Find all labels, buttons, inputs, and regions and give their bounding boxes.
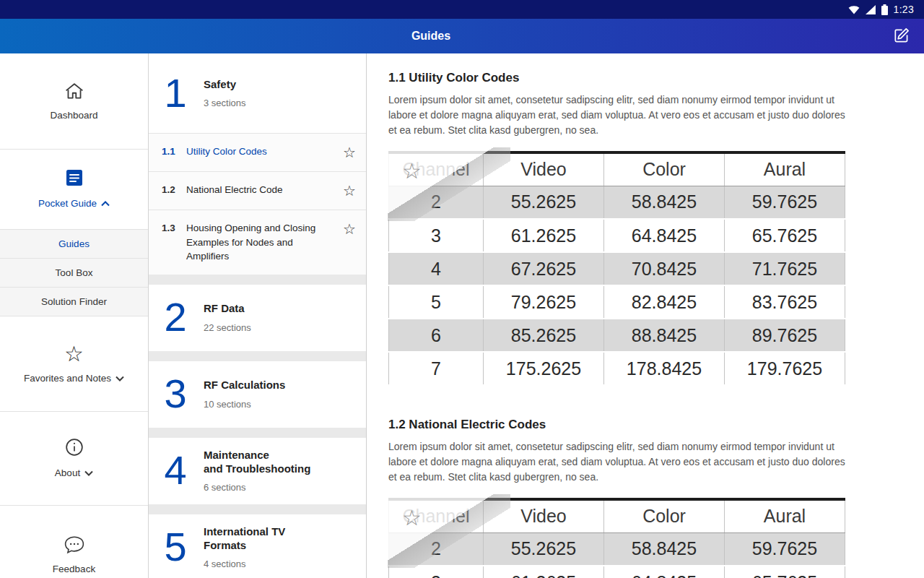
chapter-5[interactable]: 5 International TV Formats 4 sections (149, 514, 366, 578)
chapter-number: 1 (160, 75, 191, 111)
section-heading-1-2: 1.2 National Electric Codes (388, 418, 902, 432)
column-header: Channel (389, 152, 484, 186)
chapter-title: RF Calculations (204, 379, 285, 392)
sidebar-item-dashboard[interactable]: Dashboard (0, 53, 148, 150)
table-row: 7 175.2625 178.8425 179.7625 (389, 352, 845, 385)
chapter-title: Maintenance and Troubleshooting (204, 449, 310, 476)
section-item-1-3[interactable]: 1.3 Housing Opening and Closing Examples… (149, 210, 366, 275)
chapter-number: 4 (160, 452, 191, 488)
feedback-label: Feedback (53, 564, 95, 574)
compose-icon (892, 26, 911, 47)
column-header: Channel (389, 499, 484, 532)
chapter-card-3: 3 RF Calculations 10 sections (149, 361, 366, 428)
sidebar-item-guides[interactable]: Guides (0, 229, 148, 258)
chapter-section-count: 6 sections (204, 482, 310, 493)
pocket-guide-group: Pocket Guide Guides Tool Box Solution Fi… (0, 150, 148, 316)
frequency-table-2: Channel Video Color Aural 2 55.2625 58.8… (388, 498, 845, 578)
cell-color: 64.8425 (604, 566, 725, 578)
cell-color: 82.8425 (604, 285, 725, 319)
chevron-down-icon (116, 371, 124, 384)
section-number: 1.2 (162, 183, 186, 197)
chapter-card-5: 5 International TV Formats 4 sections (149, 514, 366, 578)
cell-color: 58.8425 (604, 532, 725, 566)
column-header: Video (484, 152, 604, 186)
cell-channel: 3 (389, 566, 484, 578)
chevron-down-icon (84, 466, 93, 479)
sidebar-item-solution-finder[interactable]: Solution Finder (0, 287, 148, 316)
table-row: 3 61.2625 64.8425 65.7625 (389, 219, 845, 252)
favorite-star-icon[interactable]: ☆ (343, 183, 356, 199)
chapter-title: RF Data (204, 302, 251, 316)
chapter-title: Safety (204, 78, 246, 92)
chevron-up-icon (101, 197, 110, 210)
cell-aural: 83.7625 (725, 285, 845, 319)
table-row: 6 85.2625 88.8425 89.7625 (389, 319, 845, 352)
column-header: Aural (725, 152, 845, 186)
pocket-guide-subnav: Guides Tool Box Solution Finder (0, 229, 148, 316)
cell-video: 79.2625 (484, 285, 604, 319)
table-header-row: Channel Video Color Aural (389, 152, 845, 186)
section-number: 1.1 (162, 144, 186, 159)
table-row: 2 55.2625 58.8425 59.7625 (389, 186, 845, 219)
cell-channel: 4 (389, 252, 484, 285)
feedback-bubble-icon (64, 535, 84, 557)
chapter-section-count: 22 sections (204, 322, 251, 333)
status-time: 1:23 (894, 4, 914, 15)
pocket-guide-label: Pocket Guide (38, 198, 97, 209)
section-body-1-1: Lorem ipsum dolor sit amet, consetetur s… (388, 92, 850, 138)
page-title: Guides (0, 19, 862, 53)
cell-channel: 3 (389, 219, 484, 252)
cell-aural: 65.7625 (725, 219, 845, 252)
sidebar-item-favorites[interactable]: ☆ Favorites and Notes (0, 316, 148, 412)
cell-video: 67.2625 (484, 252, 604, 285)
sidebar-item-feedback[interactable]: Feedback (0, 506, 148, 578)
table-row: 3 61.2625 64.8425 65.7625 (389, 566, 845, 578)
main-layout: Dashboard Pocket Guide (0, 53, 924, 578)
cell-channel: 7 (389, 352, 484, 385)
cell-video: 61.2625 (484, 219, 604, 252)
cell-aural: 59.7625 (725, 186, 845, 219)
cell-aural: 71.7625 (725, 252, 845, 285)
chapter-number: 3 (160, 376, 191, 412)
cell-aural: 89.7625 (725, 319, 845, 352)
sidebar: Dashboard Pocket Guide (0, 53, 149, 578)
favorite-star-icon[interactable]: ☆ (343, 221, 356, 237)
chapter-3[interactable]: 3 RF Calculations 10 sections (149, 361, 366, 428)
info-icon (65, 438, 84, 460)
cell-color: 70.8425 (604, 252, 725, 285)
cell-color: 64.8425 (604, 219, 725, 252)
frequency-table-1: Channel Video Color Aural 2 55.2625 58.8… (388, 151, 845, 386)
sidebar-item-pocket-guide[interactable]: Pocket Guide (0, 150, 148, 229)
cell-aural: 65.7625 (725, 566, 845, 578)
chapter-4[interactable]: 4 Maintenance and Troubleshooting 6 sect… (149, 438, 366, 504)
cell-aural: 179.7625 (725, 352, 845, 385)
section-item-1-1[interactable]: 1.1 Utility Color Codes ☆ (149, 133, 366, 171)
chapter-number: 5 (160, 529, 191, 565)
table-header-row: Channel Video Color Aural (389, 499, 845, 532)
cell-video: 55.2625 (484, 532, 604, 566)
chapter-number: 2 (160, 299, 191, 335)
cell-color: 178.8425 (604, 352, 725, 385)
sidebar-item-about[interactable]: About (0, 412, 148, 506)
column-header: Color (604, 152, 725, 186)
chapter-1[interactable]: 1 Safety 3 sections (149, 53, 366, 133)
about-label: About (55, 467, 80, 478)
sidebar-item-tool-box[interactable]: Tool Box (0, 258, 148, 287)
section-number: 1.3 (162, 221, 186, 236)
edit-note-button[interactable] (892, 26, 912, 46)
section-item-1-2[interactable]: 1.2 National Electric Code ☆ (149, 171, 366, 210)
table-row: 4 67.2625 70.8425 71.7625 (389, 252, 845, 285)
chapter-section-count: 3 sections (204, 98, 246, 108)
favorite-star-icon[interactable]: ☆ (343, 144, 356, 160)
chapter-list: 1 Safety 3 sections 1.1 Utility Color Co… (149, 53, 367, 578)
chapter-2[interactable]: 2 RF Data 22 sections (149, 285, 366, 351)
column-header: Aural (725, 499, 845, 532)
chapter-title: International TV Formats (204, 525, 285, 553)
cell-aural: 59.7625 (725, 532, 845, 566)
table-row: 2 55.2625 58.8425 59.7625 (389, 532, 845, 566)
chapter-section-count: 10 sections (204, 399, 285, 410)
section-title: Housing Opening and Closing Examples for… (186, 221, 343, 264)
cell-video: 175.2625 (484, 352, 604, 385)
cell-video: 55.2625 (484, 186, 604, 219)
status-bar: 1:23 (0, 0, 924, 19)
